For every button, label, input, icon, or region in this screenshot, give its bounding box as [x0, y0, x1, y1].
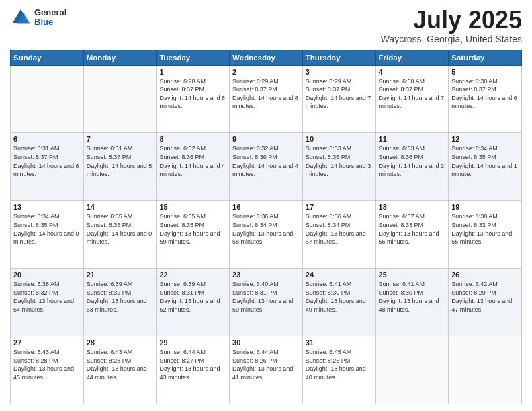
calendar-cell: 28Sunrise: 6:43 AMSunset: 8:28 PMDayligh… — [83, 336, 157, 404]
day-info: Sunrise: 6:35 AMSunset: 8:35 PMDaylight:… — [159, 212, 226, 246]
calendar-row: 20Sunrise: 6:38 AMSunset: 8:32 PMDayligh… — [11, 269, 522, 336]
header: General Blue July 2025 Waycross, Georgia… — [10, 7, 522, 44]
day-number: 23 — [232, 271, 300, 279]
calendar-cell — [11, 65, 84, 133]
day-number: 24 — [306, 271, 373, 279]
calendar-cell: 26Sunrise: 6:42 AMSunset: 8:29 PMDayligh… — [449, 269, 522, 336]
day-number: 20 — [13, 271, 81, 279]
calendar-cell: 11Sunrise: 6:33 AMSunset: 8:36 PMDayligh… — [375, 133, 449, 201]
calendar-cell — [449, 336, 522, 404]
calendar-cell: 23Sunrise: 6:40 AMSunset: 8:31 PMDayligh… — [230, 269, 303, 336]
main-title: July 2025 — [381, 7, 522, 34]
day-number: 16 — [232, 203, 300, 211]
day-number: 8 — [159, 135, 226, 143]
day-number: 26 — [451, 271, 519, 279]
col-sunday: Sunday — [11, 50, 84, 65]
day-info: Sunrise: 6:43 AMSunset: 8:28 PMDaylight:… — [87, 348, 154, 381]
calendar-cell: 20Sunrise: 6:38 AMSunset: 8:32 PMDayligh… — [11, 269, 84, 336]
day-number: 15 — [159, 203, 226, 211]
day-info: Sunrise: 6:36 AMSunset: 8:34 PMDaylight:… — [232, 212, 300, 246]
col-friday: Friday — [375, 50, 449, 65]
day-number: 31 — [306, 338, 373, 347]
day-number: 28 — [87, 338, 154, 347]
col-wednesday: Wednesday — [230, 50, 303, 65]
day-info: Sunrise: 6:40 AMSunset: 8:31 PMDaylight:… — [232, 280, 300, 314]
day-info: Sunrise: 6:41 AMSunset: 8:30 PMDaylight:… — [306, 280, 373, 314]
day-info: Sunrise: 6:30 AMSunset: 8:37 PMDaylight:… — [379, 77, 446, 111]
day-number: 11 — [379, 135, 446, 143]
day-number: 5 — [451, 68, 519, 76]
day-number: 10 — [306, 135, 373, 143]
calendar-cell: 12Sunrise: 6:34 AMSunset: 8:35 PMDayligh… — [449, 133, 522, 201]
logo: General Blue — [10, 7, 66, 28]
calendar-table: Sunday Monday Tuesday Wednesday Thursday… — [10, 50, 522, 404]
calendar-cell: 21Sunrise: 6:39 AMSunset: 8:32 PMDayligh… — [83, 269, 157, 336]
logo-icon — [10, 7, 32, 28]
day-info: Sunrise: 6:39 AMSunset: 8:31 PMDaylight:… — [159, 280, 226, 314]
day-number: 1 — [159, 68, 226, 76]
calendar-cell — [375, 336, 449, 404]
calendar-row: 13Sunrise: 6:34 AMSunset: 8:35 PMDayligh… — [11, 201, 522, 269]
day-info: Sunrise: 6:38 AMSunset: 8:33 PMDaylight:… — [451, 212, 519, 246]
day-info: Sunrise: 6:32 AMSunset: 8:36 PMDaylight:… — [159, 144, 226, 178]
calendar-cell: 14Sunrise: 6:35 AMSunset: 8:35 PMDayligh… — [83, 201, 157, 269]
calendar-cell: 2Sunrise: 6:29 AMSunset: 8:37 PMDaylight… — [230, 65, 303, 133]
col-tuesday: Tuesday — [157, 50, 230, 65]
day-number: 17 — [306, 203, 373, 211]
day-number: 12 — [451, 135, 519, 143]
subtitle: Waycross, Georgia, United States — [381, 34, 522, 44]
logo-blue: Blue — [34, 17, 66, 27]
day-info: Sunrise: 6:28 AMSunset: 8:37 PMDaylight:… — [159, 77, 226, 111]
day-info: Sunrise: 6:38 AMSunset: 8:32 PMDaylight:… — [13, 280, 81, 314]
day-info: Sunrise: 6:31 AMSunset: 8:37 PMDaylight:… — [13, 144, 81, 178]
day-number: 18 — [379, 203, 446, 211]
day-info: Sunrise: 6:36 AMSunset: 8:34 PMDaylight:… — [306, 212, 373, 246]
day-info: Sunrise: 6:41 AMSunset: 8:30 PMDaylight:… — [379, 280, 446, 314]
col-monday: Monday — [83, 50, 157, 65]
day-number: 3 — [306, 68, 373, 76]
day-number: 29 — [159, 338, 226, 347]
calendar-cell: 8Sunrise: 6:32 AMSunset: 8:36 PMDaylight… — [157, 133, 230, 201]
calendar-cell: 3Sunrise: 6:29 AMSunset: 8:37 PMDaylight… — [302, 65, 375, 133]
calendar-row: 27Sunrise: 6:43 AMSunset: 8:28 PMDayligh… — [11, 336, 522, 404]
day-number: 2 — [232, 68, 300, 76]
day-info: Sunrise: 6:34 AMSunset: 8:35 PMDaylight:… — [13, 212, 81, 246]
calendar-cell: 9Sunrise: 6:32 AMSunset: 8:36 PMDaylight… — [230, 133, 303, 201]
day-info: Sunrise: 6:33 AMSunset: 8:36 PMDaylight:… — [379, 144, 446, 178]
day-number: 7 — [87, 135, 154, 143]
day-info: Sunrise: 6:43 AMSunset: 8:28 PMDaylight:… — [13, 348, 81, 381]
day-info: Sunrise: 6:35 AMSunset: 8:35 PMDaylight:… — [87, 212, 154, 246]
calendar-cell: 25Sunrise: 6:41 AMSunset: 8:30 PMDayligh… — [375, 269, 449, 336]
day-number: 27 — [13, 338, 81, 347]
day-number: 4 — [379, 68, 446, 76]
day-info: Sunrise: 6:33 AMSunset: 8:36 PMDaylight:… — [306, 144, 373, 178]
day-info: Sunrise: 6:29 AMSunset: 8:37 PMDaylight:… — [232, 77, 300, 111]
calendar-cell — [83, 65, 157, 133]
title-block: July 2025 Waycross, Georgia, United Stat… — [381, 7, 522, 44]
calendar-cell: 30Sunrise: 6:44 AMSunset: 8:26 PMDayligh… — [230, 336, 303, 404]
calendar-cell: 16Sunrise: 6:36 AMSunset: 8:34 PMDayligh… — [230, 201, 303, 269]
day-info: Sunrise: 6:31 AMSunset: 8:37 PMDaylight:… — [87, 144, 154, 178]
day-info: Sunrise: 6:29 AMSunset: 8:37 PMDaylight:… — [306, 77, 373, 111]
day-number: 22 — [159, 271, 226, 279]
day-number: 14 — [87, 203, 154, 211]
calendar-cell: 27Sunrise: 6:43 AMSunset: 8:28 PMDayligh… — [11, 336, 84, 404]
calendar-cell: 1Sunrise: 6:28 AMSunset: 8:37 PMDaylight… — [157, 65, 230, 133]
day-info: Sunrise: 6:32 AMSunset: 8:36 PMDaylight:… — [232, 144, 300, 178]
calendar-cell: 19Sunrise: 6:38 AMSunset: 8:33 PMDayligh… — [449, 201, 522, 269]
calendar-cell: 5Sunrise: 6:30 AMSunset: 8:37 PMDaylight… — [449, 65, 522, 133]
calendar-cell: 18Sunrise: 6:37 AMSunset: 8:33 PMDayligh… — [375, 201, 449, 269]
day-info: Sunrise: 6:44 AMSunset: 8:26 PMDaylight:… — [232, 348, 300, 381]
day-info: Sunrise: 6:44 AMSunset: 8:27 PMDaylight:… — [159, 348, 226, 381]
day-info: Sunrise: 6:30 AMSunset: 8:37 PMDaylight:… — [451, 77, 519, 111]
day-info: Sunrise: 6:42 AMSunset: 8:29 PMDaylight:… — [451, 280, 519, 314]
col-saturday: Saturday — [449, 50, 522, 65]
day-info: Sunrise: 6:39 AMSunset: 8:32 PMDaylight:… — [87, 280, 154, 314]
calendar-header-row: Sunday Monday Tuesday Wednesday Thursday… — [11, 50, 522, 65]
logo-general: General — [34, 8, 66, 17]
calendar-cell: 17Sunrise: 6:36 AMSunset: 8:34 PMDayligh… — [302, 201, 375, 269]
page: General Blue July 2025 Waycross, Georgia… — [0, 0, 532, 411]
calendar-cell: 15Sunrise: 6:35 AMSunset: 8:35 PMDayligh… — [157, 201, 230, 269]
calendar-cell: 22Sunrise: 6:39 AMSunset: 8:31 PMDayligh… — [157, 269, 230, 336]
col-thursday: Thursday — [302, 50, 375, 65]
